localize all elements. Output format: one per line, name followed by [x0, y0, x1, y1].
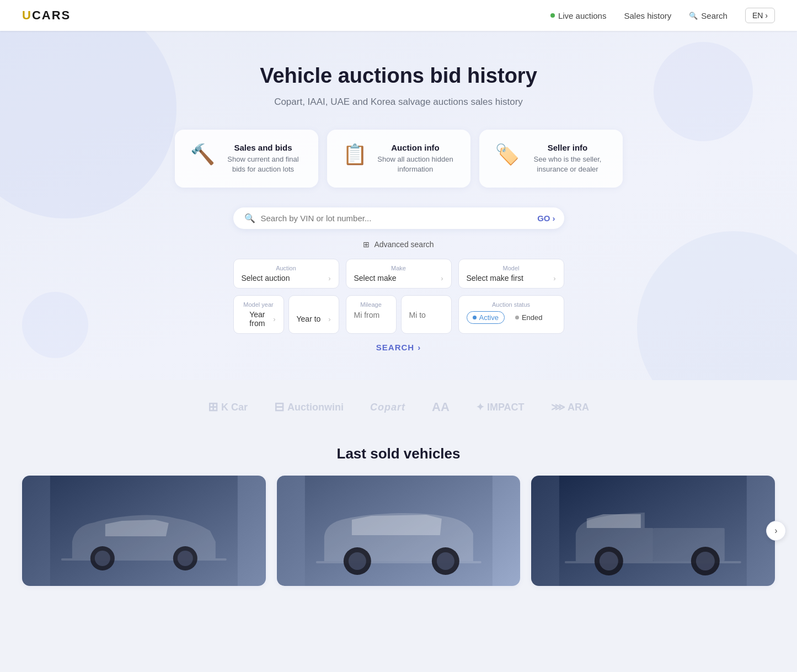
search-label: Search	[701, 11, 728, 20]
year-from-value: Year from ›	[242, 310, 276, 328]
year-from-chevron: ›	[273, 315, 275, 323]
vehicle-image-1	[22, 476, 266, 586]
mi-from-field[interactable]: Mileage	[346, 295, 397, 334]
model-value: Select make first	[467, 274, 523, 282]
nav-links: Live auctions Sales history 🔍 Search	[550, 11, 728, 20]
mileage-label: Mileage	[354, 301, 388, 308]
partner-aa[interactable]: AA	[432, 400, 450, 414]
vehicle-card-1[interactable]	[22, 476, 266, 586]
auction-status-label: Auction status	[467, 301, 556, 308]
feature-card-seller: 🏷️ Seller info See who is the seller, in…	[479, 130, 623, 188]
hero-title: Vehicle auctions bid history	[11, 64, 786, 88]
mi-to-input[interactable]	[409, 311, 443, 319]
feature-seller-title: Seller info	[528, 143, 607, 152]
advanced-search: ⊞ Advanced search Auction Select auction…	[233, 240, 564, 353]
mileage-group: Mileage x	[346, 295, 452, 334]
feature-seller-desc: See who is the seller, insurance or deal…	[528, 154, 607, 174]
vehicle-card-2[interactable]	[277, 476, 521, 586]
status-ended-button[interactable]: Ended	[509, 311, 549, 324]
svg-point-18	[696, 552, 715, 570]
search-icon: 🔍	[689, 12, 698, 20]
svg-point-11	[437, 552, 454, 570]
last-sold-section: Last sold vehicles	[0, 434, 797, 608]
status-buttons: Active Ended	[467, 311, 556, 324]
auctionwini-icon: ⊟	[274, 400, 284, 414]
svg-rect-1	[61, 558, 227, 561]
navbar: UCARS Live auctions Sales history 🔍 Sear…	[0, 0, 797, 31]
year-from-field[interactable]: Model year Year from ›	[233, 295, 284, 334]
vehicle-image-3	[531, 476, 775, 586]
go-label: GO	[537, 214, 550, 223]
partner-impact[interactable]: ✦ IMPACT	[476, 401, 525, 413]
mi-to-field[interactable]: x	[401, 295, 452, 334]
search-btn-label: SEARCH	[376, 343, 414, 352]
adv-row-2: Model year Year from › x Year to ›	[233, 295, 564, 334]
svg-point-3	[95, 551, 110, 566]
ara-label: ⋙ ARA	[551, 401, 589, 413]
logo[interactable]: UCARS	[22, 8, 71, 23]
model-chevron: ›	[553, 274, 555, 282]
feature-seller-text: Seller info See who is the seller, insur…	[528, 143, 607, 174]
partner-kcar[interactable]: ⊞ K Car	[208, 400, 248, 414]
auctionwini-label: Auctionwini	[287, 402, 344, 413]
partner-ara[interactable]: ⋙ ARA	[551, 401, 589, 413]
advanced-toggle[interactable]: ⊞ Advanced search	[233, 240, 564, 249]
partner-copart[interactable]: Copart	[370, 402, 405, 413]
search-box: 🔍 GO ›	[233, 207, 564, 229]
nav-live-auctions[interactable]: Live auctions	[550, 11, 607, 20]
model-label: Model	[467, 265, 556, 271]
model-field[interactable]: Model Select make first ›	[458, 259, 564, 289]
ended-dot	[515, 316, 519, 319]
make-value: Select make	[354, 274, 397, 282]
search-input[interactable]	[261, 214, 538, 223]
feature-auction-text: Auction info Show all auction hidden inf…	[376, 143, 455, 174]
nav-search[interactable]: 🔍 Search	[689, 11, 728, 20]
advanced-label: Advanced search	[374, 240, 434, 249]
mi-from-input[interactable]	[354, 311, 388, 319]
partner-auctionwini[interactable]: ⊟ Auctionwini	[274, 400, 344, 414]
go-button[interactable]: GO ›	[537, 214, 555, 223]
kcar-icon: ⊞	[208, 400, 218, 414]
auction-value-container: Select auction ›	[242, 274, 331, 282]
vehicles-next-button[interactable]: ›	[766, 521, 786, 541]
hero-section: Vehicle auctions bid history Copart, IAA…	[0, 31, 797, 380]
auction-value: Select auction	[242, 274, 290, 282]
last-sold-title: Last sold vehicles	[22, 445, 775, 462]
nav-sales-history[interactable]: Sales history	[624, 11, 671, 20]
go-arrow: ›	[553, 214, 555, 223]
feature-auction-desc: Show all auction hidden information	[376, 154, 455, 174]
year-to-chevron: ›	[328, 315, 330, 323]
kcar-label: K Car	[221, 402, 248, 413]
feature-sales-title: Sales and bids	[224, 143, 303, 152]
model-value-container: Select make first ›	[467, 274, 556, 282]
year-to-label: Year to	[297, 314, 321, 323]
lang-arrow: ›	[765, 11, 768, 20]
vehicle-card-3[interactable]	[531, 476, 775, 586]
active-dot	[473, 316, 477, 319]
status-ended-label: Ended	[522, 313, 543, 322]
hero-subtitle: Copart, IAAI, UAE and Korea salvage auct…	[11, 97, 786, 108]
bg-shape-1	[654, 42, 753, 141]
svg-point-5	[178, 551, 193, 566]
bg-shape-2	[22, 292, 88, 358]
year-to-field[interactable]: x Year to ›	[288, 295, 339, 334]
copart-label: Copart	[370, 402, 405, 413]
language-button[interactable]: EN ›	[745, 8, 775, 23]
live-dot	[550, 13, 555, 18]
year-to-value: Year to ›	[297, 314, 331, 323]
advanced-search-button[interactable]: SEARCH ›	[376, 343, 421, 352]
year-from-label: Year from	[242, 310, 274, 328]
partners-section: ⊞ K Car ⊟ Auctionwini Copart AA ✦ IMPACT…	[0, 380, 797, 434]
vehicles-row: ›	[22, 476, 775, 586]
main-search-container: 🔍 GO ›	[233, 207, 564, 229]
impact-label: ✦ IMPACT	[476, 401, 525, 413]
search-input-icon: 🔍	[244, 213, 255, 223]
feature-card-auction: 📋 Auction info Show all auction hidden i…	[327, 130, 470, 188]
seller-info-icon: 🏷️	[495, 143, 520, 166]
auction-field[interactable]: Auction Select auction ›	[233, 259, 339, 289]
feature-cards: 🔨 Sales and bids Show current and final …	[11, 130, 786, 188]
make-field[interactable]: Make Select make ›	[346, 259, 452, 289]
sales-icon: 🔨	[190, 143, 215, 166]
status-active-button[interactable]: Active	[467, 311, 505, 324]
svg-point-9	[349, 552, 366, 570]
